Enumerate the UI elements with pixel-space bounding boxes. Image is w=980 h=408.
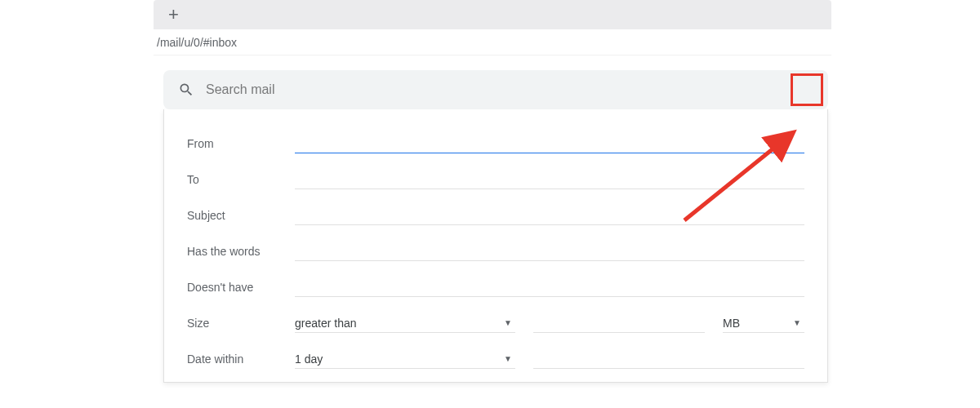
label-date-within: Date within [187,353,295,366]
input-from[interactable] [295,134,804,153]
label-subject: Subject [187,209,295,222]
search-bar[interactable]: Search mail [163,70,828,109]
input-has-words[interactable] [295,242,804,261]
chevron-down-icon: ▼ [504,354,515,363]
row-date-within: Date within 1 day ▼ [187,341,804,377]
browser-tabstrip: + [154,0,831,29]
size-unit-value: MB [723,317,740,330]
input-subject[interactable] [295,206,804,225]
row-subject: Subject [187,197,804,233]
input-doesnt-have[interactable] [295,277,804,297]
label-size: Size [187,317,295,330]
chevron-down-icon: ▼ [504,318,515,327]
row-doesnt-have: Doesn't have [187,269,804,305]
label-doesnt-have: Doesn't have [187,281,295,294]
url-text: /mail/u/0/#inbox [157,36,237,49]
row-has-words: Has the words [187,233,804,269]
select-size-operator[interactable]: greater than ▼ [295,313,515,333]
size-operator-value: greater than [295,317,357,330]
row-size: Size greater than ▼ MB ▼ [187,305,804,341]
chevron-down-icon: ▼ [793,318,804,327]
label-to: To [187,173,295,186]
label-has-words: Has the words [187,245,295,258]
select-date-range[interactable]: 1 day ▼ [295,349,515,369]
select-size-unit[interactable]: MB ▼ [723,313,804,333]
input-size-value[interactable] [533,313,705,333]
advanced-search-panel: From To Subject Has the words Doesn't ha… [163,109,828,383]
input-date-value[interactable] [533,349,804,369]
row-to: To [187,162,804,197]
search-placeholder: Search mail [206,82,813,97]
search-icon [178,82,194,98]
row-from: From [187,126,804,162]
label-from: From [187,137,295,150]
date-range-value: 1 day [295,353,323,366]
input-to[interactable] [295,170,804,189]
new-tab-button[interactable]: + [168,6,179,24]
address-bar[interactable]: /mail/u/0/#inbox [154,29,831,55]
